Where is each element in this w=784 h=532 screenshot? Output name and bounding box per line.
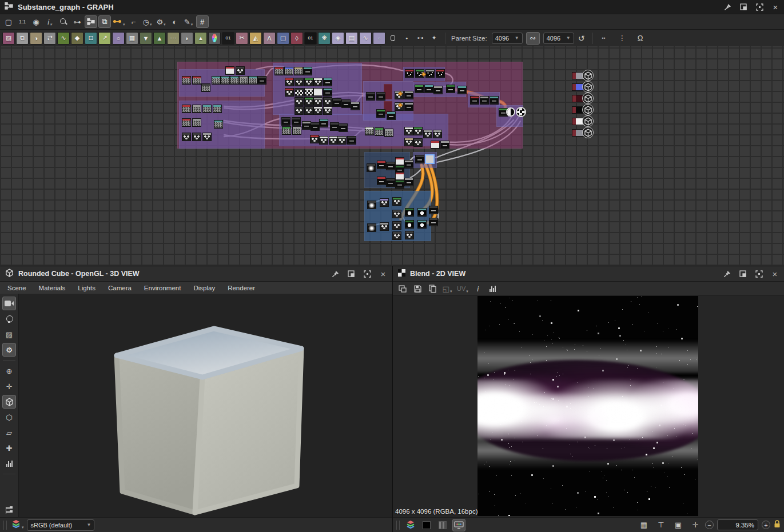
menu-environment[interactable]: Environment <box>138 285 188 291</box>
dock-icon[interactable] <box>347 270 355 278</box>
graph-node[interactable] <box>329 136 338 145</box>
graph-node[interactable] <box>230 76 239 85</box>
graph-node[interactable] <box>225 66 234 75</box>
graph-node-selected[interactable] <box>425 154 435 164</box>
palette-comment-icon[interactable] <box>387 32 399 45</box>
graph-node[interactable] <box>282 126 291 135</box>
graph-node[interactable] <box>377 177 386 185</box>
palette-gradient-linear-icon[interactable]: ▤ <box>345 32 358 45</box>
uv-overlay-button[interactable]: UV▾ <box>456 282 469 295</box>
palette-curve-editor-icon[interactable]: ∿ <box>359 32 372 45</box>
graph-node[interactable] <box>386 162 395 170</box>
histogram-button[interactable] <box>487 282 499 295</box>
graph-node[interactable] <box>380 198 389 207</box>
camera-button[interactable] <box>2 297 16 310</box>
graph-node[interactable] <box>192 133 201 141</box>
output-node[interactable] <box>572 71 594 80</box>
search-button[interactable] <box>57 15 70 28</box>
maximize-icon[interactable] <box>363 270 371 278</box>
connection-style-button[interactable]: ▾ <box>112 15 126 28</box>
frame-all-button[interactable]: ▢ <box>2 15 15 28</box>
graph-node[interactable] <box>425 69 435 78</box>
palette-hsl-icon[interactable] <box>208 32 221 45</box>
graph-node[interactable] <box>376 92 385 101</box>
graph-node[interactable] <box>470 96 479 105</box>
graph-node[interactable] <box>323 78 332 86</box>
graph-node[interactable] <box>341 99 351 108</box>
graph-node[interactable] <box>392 210 401 218</box>
palette-crop-icon[interactable]: ▢ <box>277 32 289 45</box>
palette-flood-fill-icon[interactable]: ◊ <box>290 32 303 45</box>
graph-node[interactable] <box>214 120 223 129</box>
output-node[interactable] <box>572 82 594 91</box>
graph-node[interactable] <box>302 121 311 130</box>
output-node[interactable] <box>572 117 594 126</box>
graph-node[interactable] <box>182 133 191 141</box>
graph-node[interactable] <box>405 208 414 217</box>
graph-node[interactable] <box>213 105 222 113</box>
graph-node[interactable] <box>319 119 328 127</box>
graph-node[interactable] <box>404 160 413 169</box>
graph-node[interactable] <box>415 155 424 163</box>
graph-node[interactable] <box>285 88 294 97</box>
graph-node[interactable] <box>404 102 413 111</box>
colorspace-layers-button[interactable] <box>404 519 417 531</box>
graph-node[interactable] <box>431 141 440 149</box>
graph-node[interactable] <box>347 136 356 145</box>
blend-node-port[interactable] <box>506 107 515 117</box>
graph-node[interactable] <box>404 178 413 186</box>
maximize-icon[interactable] <box>755 270 763 278</box>
pin-icon[interactable] <box>723 3 731 11</box>
palette-histogram-scan-icon[interactable]: ▴ <box>194 32 207 45</box>
ruler-button[interactable]: ⊤ <box>655 519 667 531</box>
palette-text-icon[interactable]: A <box>263 32 276 45</box>
blend-node-port[interactable] <box>516 107 526 117</box>
solo-view-button[interactable]: ◐ <box>169 15 181 28</box>
graph-view-button[interactable] <box>85 15 97 28</box>
graph-node[interactable] <box>433 86 443 94</box>
zoom-1-1-button[interactable]: 1:1 <box>16 15 29 28</box>
graph-node[interactable] <box>284 67 293 75</box>
palette-mirror-icon[interactable]: ◭ <box>249 32 262 45</box>
scene-tree-button[interactable] <box>2 503 16 517</box>
graph-node[interactable] <box>285 78 294 86</box>
pin-icon[interactable] <box>331 270 339 278</box>
palette-tile-generator-icon[interactable]: ▦ <box>126 32 138 45</box>
graph-node[interactable] <box>417 208 427 217</box>
copy-image-button[interactable] <box>396 282 409 295</box>
palette-fractal-noise-icon[interactable]: ❋ <box>318 32 331 45</box>
graph-node[interactable] <box>446 85 455 93</box>
wireframe-sphere-button[interactable]: ⊕ <box>2 364 16 378</box>
mesh-cube-button[interactable] <box>2 395 16 409</box>
graph-node[interactable] <box>395 180 404 189</box>
graph-node[interactable] <box>351 102 360 110</box>
menu-materials[interactable]: Materials <box>33 285 72 291</box>
snap-grid-button[interactable]: # <box>196 15 209 28</box>
gizmo-button[interactable]: ✛ <box>2 379 16 393</box>
graph-node[interactable] <box>313 106 323 115</box>
palette-portal-icon[interactable]: ⊶ <box>414 32 427 45</box>
paste-image-button[interactable] <box>426 282 439 295</box>
graph-node[interactable] <box>423 130 432 138</box>
graph-node[interactable] <box>292 117 301 126</box>
turntable-button[interactable]: ✚ <box>2 441 16 455</box>
mesh-plane-button[interactable]: ▱ <box>2 426 16 439</box>
output-node[interactable] <box>572 105 594 114</box>
graph-node[interactable] <box>182 76 191 85</box>
menu-display[interactable]: Display <box>187 285 221 291</box>
graph-node[interactable] <box>182 105 191 113</box>
graph-node[interactable] <box>392 231 401 240</box>
graph-node[interactable] <box>367 163 376 172</box>
light-button[interactable] <box>2 312 16 326</box>
graph-node[interactable] <box>201 83 210 92</box>
graph-node[interactable] <box>274 67 284 75</box>
graph-node[interactable] <box>192 105 201 113</box>
menu-renderer[interactable]: Renderer <box>221 285 261 291</box>
graph-node[interactable] <box>457 86 467 94</box>
graph-node[interactable] <box>433 130 442 138</box>
palette-bezier-curve-icon[interactable]: ✂ <box>236 32 248 45</box>
graph-node[interactable] <box>337 136 347 145</box>
graph-node[interactable] <box>429 218 438 226</box>
tools-button[interactable]: ⚙▾ <box>155 15 168 28</box>
environment-image-button[interactable]: ▨ <box>2 327 16 341</box>
